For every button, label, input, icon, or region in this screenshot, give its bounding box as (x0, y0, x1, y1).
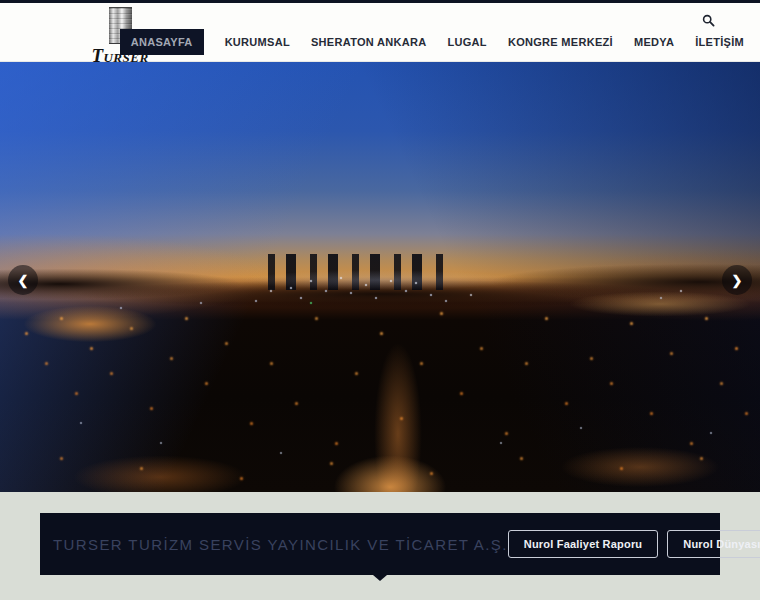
nav-item-sheraton-ankara[interactable]: SHERATON ANKARA (311, 29, 427, 55)
main-nav: ANASAYFA KURUMSAL SHERATON ANKARA LUGAL … (120, 29, 744, 55)
nav-item-kurumsal[interactable]: KURUMSAL (225, 29, 290, 55)
chevron-left-icon: ❮ (18, 273, 29, 288)
city-light-glows (0, 62, 760, 492)
company-banner: TURSER TURİZM SERVİS YAYINCILIK VE TİCAR… (40, 513, 720, 575)
nav-item-medya[interactable]: MEDYA (634, 29, 674, 55)
nav-item-anasayfa[interactable]: ANASAYFA (120, 29, 204, 55)
city-skyline (268, 254, 454, 290)
company-title: TURSER TURİZM SERVİS YAYINCILIK VE TİCAR… (53, 536, 508, 553)
hero-carousel-slide: ❮ ❯ (0, 62, 760, 492)
horizon-silhouette (0, 62, 760, 492)
city-lights-orange (0, 62, 3, 65)
nav-item-kongre-merkezi[interactable]: KONGRE MERKEZİ (508, 29, 613, 55)
nurol-dunyasi-dergisi-button[interactable]: Nurol Dünyası Dergisi (667, 530, 760, 558)
banner-button-group: Nurol Faaliyet Raporu Nurol Dünyası Derg… (508, 530, 760, 558)
carousel-prev-button[interactable]: ❮ (8, 265, 38, 295)
nav-item-lugal[interactable]: LUGAL (448, 29, 487, 55)
nav-item-iletisim[interactable]: İLETİŞİM (695, 29, 744, 55)
search-button[interactable] (700, 12, 716, 28)
search-icon (702, 14, 715, 27)
carousel-next-button[interactable]: ❯ (722, 265, 752, 295)
chevron-right-icon: ❯ (732, 273, 743, 288)
site-header: TURSER ANASAYFA KURUMSAL SHERATON ANKARA… (0, 3, 760, 62)
nurol-faaliyet-raporu-button[interactable]: Nurol Faaliyet Raporu (508, 530, 659, 558)
lower-section: TURSER TURİZM SERVİS YAYINCILIK VE TİCAR… (0, 513, 760, 600)
city-lights-white (0, 62, 2, 64)
